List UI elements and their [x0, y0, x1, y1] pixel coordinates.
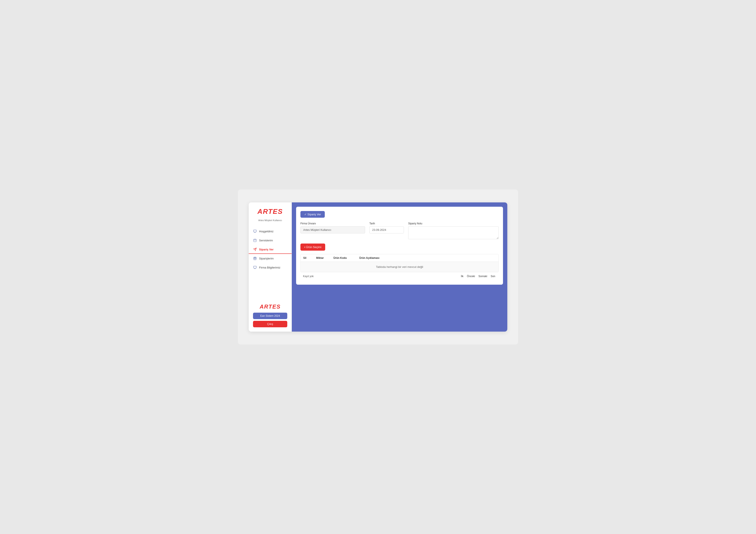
main-inner: ✓ Sipariş Ver Firma Ünvanı Tarih Sipariş… [296, 207, 503, 285]
table-footer: Kayıt yok İlk Önceki Sonraki Son [300, 272, 499, 280]
outer-wrapper: ARTES Artes Müşteri Kullanıcı Hoşgeldini… [238, 190, 518, 344]
firma-form-group: Firma Ünvanı [300, 222, 365, 233]
calendar-icon [253, 238, 257, 242]
ean-sistem-button[interactable]: Ean Sistem 2024 [253, 313, 287, 319]
product-table: Sil Miktar Ürün Kodu Ürün Açıklaması Tab… [300, 254, 499, 272]
table-empty-message: Tabloda herhangi bir veri mevcut değil [301, 262, 499, 272]
sidebar-item-label: Servislerim [259, 239, 273, 242]
urun-secimi-button[interactable]: ▪ Ürün Seçimi [300, 243, 325, 251]
sidebar: ARTES Artes Müşteri Kullanıcı Hoşgeldini… [249, 202, 292, 332]
sidebar-bottom-logo: ARTES [253, 303, 287, 310]
tarih-input[interactable] [369, 226, 404, 233]
monitor2-icon [253, 266, 257, 269]
pagination: İlk Önceki Sonraki Son [460, 274, 496, 278]
siparis-ver-button[interactable]: ✓ Sipariş Ver [300, 211, 325, 218]
svg-rect-11 [254, 266, 256, 268]
col-miktar: Miktar [313, 254, 331, 262]
main-content: ✓ Sipariş Ver Firma Ünvanı Tarih Sipariş… [292, 202, 507, 332]
col-urun-kodu: Ürün Kodu [331, 254, 357, 262]
record-count-label: Kayıt yok [303, 275, 313, 278]
table-header: Sil Miktar Ürün Kodu Ürün Açıklaması [301, 254, 499, 262]
cikis-button[interactable]: Çıkış [253, 321, 287, 327]
sidebar-item-firma-bilgilerimiz[interactable]: Firma Bilgilerimiz [249, 263, 292, 272]
pagination-son[interactable]: Son [490, 274, 496, 278]
firma-input[interactable] [300, 226, 365, 233]
sidebar-item-label: Hoşgeldiniz [259, 230, 274, 233]
col-urun-aciklamasi: Ürün Açıklaması [357, 254, 499, 262]
monitor-icon [253, 229, 257, 233]
sidebar-logo-section: ARTES [249, 202, 292, 218]
tarih-label: Tarih [369, 222, 404, 225]
sidebar-item-servislerim[interactable]: Servislerim [249, 236, 292, 245]
sidebar-user-label: Artes Müşteri Kullanıcı [249, 218, 292, 225]
gift-icon [253, 256, 257, 260]
siparis-notu-form-group: Sipariş Notu [408, 222, 499, 239]
sidebar-item-label: Firma Bilgilerimiz [259, 266, 281, 269]
firma-label: Firma Ünvanı [300, 222, 365, 225]
send-icon [253, 247, 257, 251]
sidebar-item-label: Sipariş Ver [259, 248, 274, 251]
sidebar-nav: Hoşgeldiniz Servislerim [249, 225, 292, 299]
pagination-onceki[interactable]: Önceki [466, 274, 476, 278]
app-container: ARTES Artes Müşteri Kullanıcı Hoşgeldini… [249, 202, 507, 332]
col-sil: Sil [301, 254, 313, 262]
sidebar-bottom: ARTES Ean Sistem 2024 Çıkış [249, 299, 292, 332]
sidebar-logo: ARTES [253, 208, 287, 216]
action-bar: ✓ Sipariş Ver [300, 211, 499, 218]
pagination-sonraki[interactable]: Sonraki [477, 274, 488, 278]
form-section: Firma Ünvanı Tarih Sipariş Notu [300, 222, 499, 239]
svg-rect-0 [254, 230, 256, 232]
svg-rect-3 [254, 239, 256, 242]
siparis-notu-label: Sipariş Notu [408, 222, 499, 225]
pagination-ilk[interactable]: İlk [460, 274, 464, 278]
sidebar-item-siparislerim[interactable]: Siparişlerim [249, 254, 292, 263]
sidebar-item-siparis-ver[interactable]: Sipariş Ver [249, 245, 292, 254]
siparis-notu-input[interactable] [408, 226, 499, 239]
sidebar-item-hosgeldiniz[interactable]: Hoşgeldiniz [249, 227, 292, 236]
sidebar-item-label: Siparişlerim [259, 257, 274, 260]
tarih-form-group: Tarih [369, 222, 404, 233]
